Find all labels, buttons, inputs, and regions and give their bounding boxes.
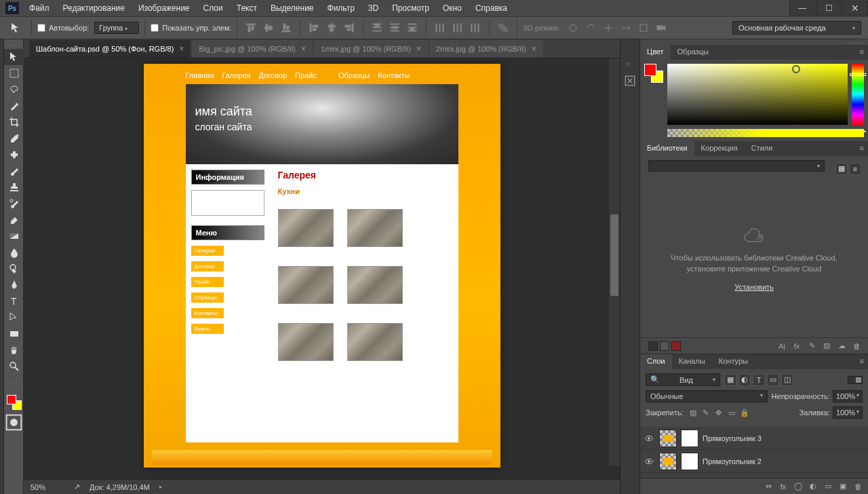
path-select-tool[interactable] — [4, 309, 24, 326]
canvas-viewport[interactable]: ГлавнаяГалереяДоговорПрайсОбразцыКонтакт… — [24, 58, 620, 479]
distribute-right-icon[interactable] — [467, 20, 484, 36]
type-tool[interactable]: T — [4, 293, 24, 309]
link-layers-icon[interactable]: ⇔ — [762, 480, 774, 493]
panel-menu-icon[interactable]: ≡ — [856, 45, 868, 60]
auto-align-icon[interactable] — [495, 20, 511, 36]
eyedropper-tool[interactable] — [4, 130, 24, 147]
history-panel-icon[interactable] — [623, 73, 637, 88]
brush-tool[interactable] — [4, 163, 24, 179]
tab-libraries[interactable]: Библиотеки — [640, 141, 694, 156]
filter-shape-icon[interactable]: ▭ — [767, 374, 779, 386]
layer-filter-dropdown[interactable]: 🔍Вид▾ — [646, 373, 720, 386]
distribute-bottom-icon[interactable] — [404, 20, 420, 36]
layer-visibility-icon[interactable] — [643, 432, 655, 444]
blend-mode-dropdown[interactable]: Обычные▾ — [646, 390, 768, 402]
history-brush-tool[interactable] — [4, 195, 24, 212]
close-button[interactable]: ✕ — [842, 1, 868, 16]
lib-char-icon[interactable]: A| — [776, 340, 788, 352]
color-field[interactable] — [667, 64, 848, 125]
lib-trash-icon[interactable]: 🗑 — [850, 340, 863, 352]
lock-transparency-icon[interactable]: ▨ — [688, 407, 698, 418]
toolbox-grip[interactable]: ⋯ — [4, 43, 23, 49]
3d-scale-icon[interactable] — [635, 20, 652, 36]
filter-smart-icon[interactable]: ◫ — [781, 374, 793, 386]
close-tab-icon[interactable]: × — [532, 44, 536, 54]
distribute-top-icon[interactable] — [369, 20, 385, 36]
align-bottom-icon[interactable] — [278, 20, 294, 36]
new-layer-icon[interactable]: ▣ — [837, 480, 849, 493]
zoom-level[interactable]: 50% — [31, 483, 64, 491]
lock-artboard-icon[interactable]: ▭ — [726, 407, 737, 418]
fg-color-swatch[interactable] — [7, 395, 16, 404]
show-controls-checkbox[interactable]: Показать упр. элем. — [151, 24, 231, 32]
rectangle-tool[interactable] — [4, 326, 24, 342]
autoselect-group-dropdown[interactable]: Группа ▾ — [94, 22, 139, 34]
tab-swatches[interactable]: Образцы — [671, 45, 715, 60]
lib-grid-view-icon[interactable]: ▦ — [835, 163, 848, 175]
close-tab-icon[interactable]: × — [416, 44, 421, 54]
move-tool[interactable] — [4, 49, 24, 65]
lasso-tool[interactable] — [4, 81, 24, 98]
distribute-hcenter-icon[interactable] — [450, 20, 466, 36]
menu-фильтр[interactable]: Фильтр — [321, 1, 361, 16]
3d-roll-icon[interactable] — [583, 20, 599, 36]
menu-окно[interactable]: Окно — [437, 1, 468, 16]
distribute-vcenter-icon[interactable] — [387, 20, 403, 36]
tab-paths[interactable]: Контуры — [712, 354, 755, 369]
pen-tool[interactable] — [4, 277, 24, 293]
quickmask-toggle[interactable] — [4, 414, 24, 430]
align-hcenter-icon[interactable] — [323, 20, 340, 36]
align-top-icon[interactable] — [243, 20, 259, 36]
menu-просмотр[interactable]: Просмотр — [386, 1, 435, 16]
tab-layers[interactable]: Слои — [640, 354, 672, 369]
align-vcenter-icon[interactable] — [260, 20, 277, 36]
lib-footer-color-swatch[interactable] — [660, 341, 669, 351]
hue-slider[interactable] — [852, 64, 864, 125]
document-tab[interactable]: 2mini.jpg @ 100% (RGB/8)× — [429, 40, 543, 58]
layer-fx-icon[interactable]: fx — [777, 480, 789, 493]
lock-position-icon[interactable]: ✥ — [713, 407, 724, 418]
menu-выделение[interactable]: Выделение — [264, 1, 320, 16]
3d-camera-icon[interactable] — [653, 20, 669, 36]
lib-footer-color-swatch[interactable] — [671, 341, 681, 351]
lib-list-view-icon[interactable]: ≡ — [849, 163, 861, 175]
library-dropdown[interactable]: ▾ — [648, 160, 825, 172]
tab-channels[interactable]: Каналы — [672, 354, 712, 369]
status-menu-arrow[interactable]: ▸ — [159, 484, 162, 490]
stamp-tool[interactable] — [4, 179, 24, 195]
align-left-icon[interactable] — [306, 20, 322, 36]
new-fill-icon[interactable]: ◐ — [807, 480, 819, 493]
document-tab[interactable]: Шаблон-сайта.psd @ 50% (Фон, RGB/8)× — [29, 40, 191, 58]
menu-справка[interactable]: Справка — [469, 1, 513, 16]
gradient-tool[interactable] — [4, 228, 24, 244]
blur-tool[interactable] — [4, 244, 24, 261]
minimize-button[interactable]: — — [789, 1, 815, 16]
menu-текст[interactable]: Текст — [231, 1, 263, 16]
eraser-tool[interactable] — [4, 212, 24, 228]
tab-styles[interactable]: Стили — [745, 141, 780, 156]
wand-tool[interactable] — [4, 98, 24, 114]
heal-tool[interactable] — [4, 147, 24, 163]
lock-pixels-icon[interactable]: ✎ — [701, 407, 711, 418]
lib-graphic-icon[interactable]: ▨ — [821, 340, 833, 352]
new-group-icon[interactable]: ▭ — [822, 480, 834, 493]
dodge-tool[interactable] — [4, 261, 24, 277]
panel-menu-icon[interactable]: ≡ — [856, 141, 868, 156]
layer-row[interactable]: Прямоугольник 3 — [640, 427, 868, 450]
tab-adjustments[interactable]: Коррекция — [694, 141, 745, 156]
autoselect-checkbox[interactable]: Автовыбор: — [37, 24, 89, 32]
filter-adjust-icon[interactable]: ◐ — [738, 374, 751, 386]
filter-type-icon[interactable]: T — [753, 374, 765, 386]
lib-brush-icon[interactable]: ✎ — [806, 340, 818, 352]
menu-3d[interactable]: 3D — [362, 1, 384, 16]
fg-bg-swatches[interactable] — [7, 395, 22, 410]
filter-pixel-icon[interactable]: ▦ — [724, 374, 736, 386]
share-icon[interactable]: ↗ — [74, 482, 80, 491]
panels-grip[interactable]: ⋯ ⋯ — [640, 39, 868, 45]
close-tab-icon[interactable]: × — [179, 44, 184, 54]
3d-slide-icon[interactable] — [618, 20, 634, 36]
maximize-button[interactable]: ☐ — [816, 1, 842, 16]
fill-input[interactable]: 100%▾ — [833, 406, 863, 419]
layer-row[interactable]: Прямоугольник 2 — [640, 450, 868, 473]
panel-menu-icon[interactable]: ≡ — [856, 354, 868, 369]
